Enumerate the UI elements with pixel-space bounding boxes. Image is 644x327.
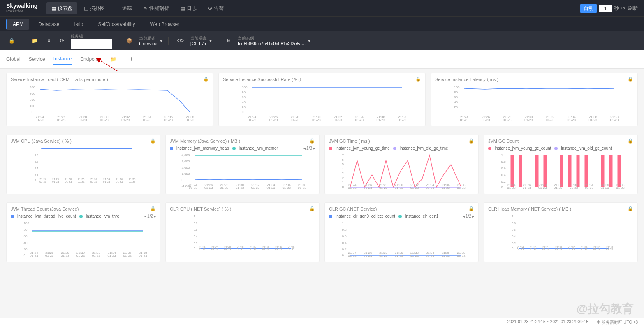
- legend-1: instance_jvm_young_gc_count: [495, 146, 551, 151]
- lock-icon[interactable]: 🔒: [203, 77, 209, 82]
- svg-text:100: 100: [454, 86, 460, 89]
- svg-text:5: 5: [342, 162, 344, 166]
- nav-alarm[interactable]: ⊙ 告警: [203, 2, 229, 14]
- svg-text:01-23: 01-23: [52, 180, 59, 183]
- svg-text:01-23: 01-23: [92, 254, 101, 257]
- svg-text:01-23: 01-23: [143, 118, 151, 121]
- svg-text:01-23: 01-23: [100, 118, 109, 121]
- subtab-self[interactable]: SelfObservability: [92, 19, 141, 30]
- lock-icon[interactable]: 🔒: [309, 138, 315, 144]
- folder-icon[interactable]: 📁: [29, 36, 40, 45]
- card-jvm-thread: JVM Thread Count (Java Service)🔒 instanc…: [6, 202, 160, 262]
- svg-text:01-23: 01-23: [395, 186, 403, 189]
- nav-trace[interactable]: ⊢ 追踪: [111, 2, 137, 14]
- download-icon[interactable]: ⬇: [44, 36, 53, 45]
- svg-text:01-23: 01-23: [275, 248, 282, 251]
- lock-icon[interactable]: 🔒: [468, 138, 474, 144]
- svg-text:01-23: 01-23: [262, 248, 269, 251]
- svg-text:0.8: 0.8: [512, 222, 516, 225]
- service-group-selector[interactable]: 服务组: [71, 33, 112, 49]
- svg-text:01-23: 01-23: [57, 118, 66, 121]
- service-value: b-service: [139, 41, 158, 46]
- nav-topology[interactable]: ◫ 拓扑图: [79, 2, 110, 14]
- svg-text:01-23: 01-23: [482, 118, 490, 121]
- legend-2: instance_jvm_old_gc_count: [561, 146, 612, 151]
- lock-icon[interactable]: 🔒: [468, 206, 474, 211]
- chevron-down-icon[interactable]: ▾: [160, 38, 162, 44]
- card-title: CLR Heap Memory (.NET Service) ( MB ): [488, 206, 571, 211]
- subtab-apm[interactable]: APM: [6, 19, 29, 30]
- svg-text:7: 7: [342, 153, 344, 157]
- subtab-web[interactable]: Web Browser: [144, 19, 185, 30]
- svg-text:01-23: 01-23: [377, 118, 385, 121]
- add-tab-icon[interactable]: 📁: [108, 55, 119, 64]
- nav-log[interactable]: ▤ 日志: [176, 2, 202, 14]
- svg-text:01-23: 01-23: [410, 186, 419, 189]
- svg-text:01-23: 01-23: [267, 186, 276, 189]
- legend-2: instance_jvm_memor: [239, 146, 278, 151]
- svg-text:01-23: 01-23: [269, 118, 278, 121]
- reload-icon[interactable]: ⟳: [58, 36, 67, 45]
- svg-text:01-23: 01-23: [600, 186, 609, 189]
- legend-pager[interactable]: ◂ 1/2 ▸: [463, 214, 474, 218]
- lock-icon[interactable]: 🔒: [628, 77, 633, 82]
- legend-pager[interactable]: ◂ 1/3 ▸: [303, 146, 315, 151]
- svg-text:01-23: 01-23: [78, 180, 85, 183]
- lock-icon[interactable]: 🔒: [150, 206, 156, 211]
- instance-selector[interactable]: 当前实例 fce8b869cc7b41c0bb81c2f2e5a... ▾: [238, 35, 310, 46]
- tab-service[interactable]: Service: [29, 54, 45, 65]
- svg-text:01-23: 01-23: [116, 180, 123, 183]
- svg-text:01-23: 01-23: [45, 254, 54, 257]
- svg-rect-143: [560, 155, 563, 187]
- refresh-unit: 秒: [614, 5, 619, 12]
- tab-global[interactable]: Global: [6, 54, 21, 65]
- nav-profile[interactable]: ∿ 性能剖析: [139, 2, 174, 14]
- lock-icon[interactable]: 🔒: [628, 206, 633, 211]
- svg-text:01-23: 01-23: [585, 186, 594, 189]
- lock-icon[interactable]: 🔒: [150, 138, 156, 144]
- subtab-database[interactable]: Database: [32, 19, 65, 30]
- subtab-istio[interactable]: Istio: [68, 19, 89, 30]
- svg-text:01-23: 01-23: [395, 254, 403, 257]
- svg-text:01-23: 01-23: [364, 186, 372, 189]
- refresh-icon[interactable]: ⟳: [621, 5, 625, 11]
- svg-text:0.4: 0.4: [501, 173, 506, 177]
- legend-pager[interactable]: ◂ 1/2 ▸: [144, 214, 156, 218]
- chart-svg: 10.80.60.40.20 21:2401-2321:2601-2321:28…: [488, 214, 633, 251]
- svg-rect-147: [601, 155, 605, 187]
- service-group-input[interactable]: [71, 39, 112, 49]
- service-selector[interactable]: 当前服务 b-service ▾: [139, 35, 162, 46]
- svg-text:01-23: 01-23: [426, 254, 435, 257]
- refresh-interval-input[interactable]: [599, 5, 612, 12]
- svg-text:01-23: 01-23: [567, 118, 576, 121]
- lock-icon[interactable]: 🔒: [6, 36, 17, 45]
- svg-text:0.6: 0.6: [35, 160, 38, 163]
- card-jvm-memory: JVM Memory (Java Service) ( MB )🔒 instan…: [165, 135, 320, 194]
- card-title: JVM Thread Count (Java Service): [11, 206, 79, 211]
- svg-text:0: 0: [30, 110, 32, 114]
- nav-topology-label: 拓扑图: [90, 5, 105, 12]
- chevron-down-icon[interactable]: ▾: [308, 38, 310, 44]
- svg-text:0.6: 0.6: [342, 234, 347, 238]
- nav-dashboard[interactable]: ▦ 仪表盘: [46, 2, 77, 14]
- svg-text:6: 6: [342, 158, 344, 162]
- lock-icon[interactable]: 🔒: [628, 138, 633, 144]
- auto-button[interactable]: 自动: [580, 4, 597, 13]
- svg-text:01-23: 01-23: [39, 180, 46, 183]
- svg-text:0: 0: [24, 253, 26, 257]
- lock-icon[interactable]: 🔒: [415, 77, 421, 82]
- chevron-down-icon[interactable]: ▾: [209, 38, 212, 44]
- svg-rect-148: [609, 155, 613, 187]
- svg-text:01-23: 01-23: [348, 254, 357, 257]
- refresh-label[interactable]: 刷新: [628, 5, 638, 12]
- tab-instance[interactable]: Instance: [53, 53, 72, 65]
- svg-rect-142: [544, 155, 547, 187]
- svg-text:0: 0: [242, 110, 244, 114]
- chart-row-2: JVM CPU (Java Service) ( % )🔒 10.80.60.4…: [0, 130, 644, 198]
- endpoint-selector[interactable]: 当前端点 [GET]/b ▾: [190, 35, 212, 46]
- lock-icon[interactable]: 🔒: [309, 206, 315, 211]
- svg-text:40: 40: [454, 100, 458, 104]
- tab-endpoint[interactable]: Endpoint: [80, 54, 100, 65]
- svg-text:01-23: 01-23: [121, 118, 130, 121]
- export-icon[interactable]: ⬇: [127, 55, 136, 64]
